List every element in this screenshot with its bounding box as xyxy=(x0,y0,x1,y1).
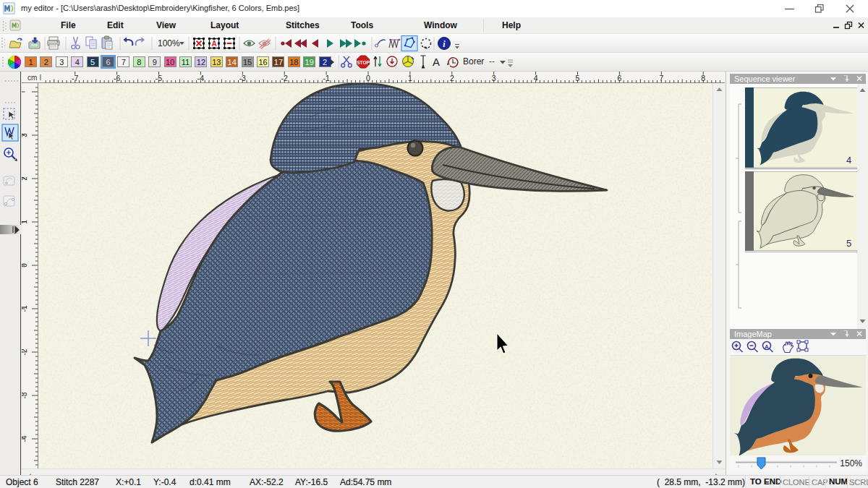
svg-text:8: 8 xyxy=(701,74,705,82)
svg-text:cm: cm xyxy=(27,74,37,82)
svg-text:7: 7 xyxy=(659,74,663,82)
svg-text:-3: -3 xyxy=(239,74,246,82)
svg-text:0: 0 xyxy=(22,263,28,267)
svg-text:-6: -6 xyxy=(114,74,120,82)
svg-text:0: 0 xyxy=(366,74,370,82)
svg-text:-2: -2 xyxy=(281,74,288,82)
svg-text:-1: -1 xyxy=(22,305,28,312)
svg-text:-1: -1 xyxy=(323,74,329,82)
svg-text:150%: 150% xyxy=(840,458,862,468)
svg-text:2: 2 xyxy=(22,176,28,181)
svg-text:1: 1 xyxy=(22,220,28,224)
svg-text:6: 6 xyxy=(617,74,621,82)
svg-text:5: 5 xyxy=(576,74,580,82)
svg-text:-2: -2 xyxy=(22,348,28,355)
svg-text:A: A xyxy=(211,40,216,48)
svg-text:-3: -3 xyxy=(22,392,28,398)
svg-text:A: A xyxy=(765,343,769,350)
svg-text:1: 1 xyxy=(408,74,412,82)
svg-text:STOP: STOP xyxy=(357,60,370,65)
svg-text:2: 2 xyxy=(450,74,454,82)
svg-text:-4: -4 xyxy=(22,435,28,442)
svg-text:-7: -7 xyxy=(72,74,78,82)
svg-text:A: A xyxy=(433,56,440,68)
svg-text:-4: -4 xyxy=(197,74,204,82)
svg-text:100%: 100% xyxy=(158,38,180,48)
svg-text:3: 3 xyxy=(492,74,496,82)
svg-text:4: 4 xyxy=(534,74,538,82)
svg-text:3: 3 xyxy=(22,133,28,137)
svg-text:-5: -5 xyxy=(156,74,162,82)
